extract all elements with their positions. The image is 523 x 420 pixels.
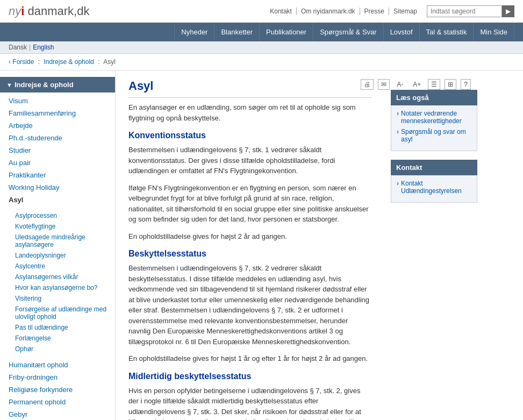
laes-ogsaa-box: Læs også Notater vedrørende menneskerett… — [391, 90, 477, 151]
sidebar-link-landeoplysninger[interactable]: Landeoplysninger — [4, 250, 115, 261]
sidebar-link-phd[interactable]: Ph.d.-studerende — [0, 132, 115, 144]
site-logo[interactable]: nyi danmark,dk — [9, 4, 89, 18]
sidebar-sub-landeoplysninger: Landeoplysninger — [4, 250, 115, 261]
sidebar-section-title[interactable]: ▼ Indrejse & ophold — [0, 77, 115, 92]
sidebar-link-ophoer[interactable]: Ophør — [4, 344, 115, 354]
section-3-para-1: Hvis en person opfylder betingelserne i … — [128, 386, 371, 421]
kontakt-link-1: Kontakt Udlændingestyrelsen — [397, 180, 471, 195]
nav-nyheder[interactable]: Nyheder — [174, 23, 214, 41]
kontakt-title: Kontakt — [391, 160, 477, 175]
sidebar-link-studier[interactable]: Studier — [0, 144, 115, 156]
nav-publikationer[interactable]: Publikationer — [260, 23, 313, 41]
lang-bar: Dansk | English — [0, 41, 523, 54]
nav-tal[interactable]: Tal & statistik — [420, 23, 474, 41]
sidebar-bottom-list: Humanitært ophold Friby-ordningen Religi… — [0, 357, 115, 420]
breadcrumb-forside[interactable]: Forside — [12, 58, 34, 66]
section-1-para-1: Bestemmelsen i udlændingelovens § 7, stk… — [128, 145, 371, 176]
main-content: Asyl En asylansøger er en udlænding, som… — [116, 70, 384, 420]
grid-view-button[interactable]: ⊞ — [445, 79, 456, 90]
nav-min-side[interactable]: Min Side — [474, 23, 514, 41]
sidebar-sub-ophoer: Ophør — [4, 344, 115, 354]
list-view-button[interactable]: ☰ — [428, 79, 440, 90]
sidebar-item-familiesammen: Familiesammenføring — [0, 107, 115, 119]
sidebar-item-friby: Friby-ordningen — [0, 371, 115, 383]
sidebar-link-visitering[interactable]: Visitering — [4, 293, 115, 304]
sidebar-link-humanitaert[interactable]: Humanitært ophold — [0, 359, 115, 371]
section-2-para-1: Bestemmelsen i udlændingelovens § 7, stk… — [128, 263, 371, 347]
kontakt-content: Kontakt Udlændingestyrelsen — [391, 175, 477, 203]
sidebar-link-religioese[interactable]: Religiøse forkyndere — [0, 383, 115, 396]
sidebar-link-bopael[interactable]: Hvor kan asylansøgerne bo? — [4, 282, 115, 293]
text-smaller-button[interactable]: A- — [394, 80, 406, 89]
nav-om[interactable]: Om nyidanmark.dk — [297, 8, 360, 15]
section-2-para-2: En opholdstilladelse gives for højst 1 å… — [128, 353, 371, 364]
sidebar-link-pas[interactable]: Pas til udlændinge — [4, 322, 115, 333]
sidebar-sub-visitering: Visitering — [4, 293, 115, 304]
sidebar-item-permanent: Permanent ophold — [0, 396, 115, 408]
sidebar-link-kvoteflygtinge[interactable]: Kvoteflygtinge — [4, 221, 115, 232]
sidebar-link-asylcentre[interactable]: Asylcentre — [4, 261, 115, 272]
sidebar-item-phd: Ph.d.-studerende — [0, 132, 115, 144]
sidebar-link-arbejde[interactable]: Arbejde — [0, 119, 115, 132]
logo-ny: ny — [9, 4, 21, 18]
search-input[interactable] — [427, 5, 502, 17]
section-heading-1: Konventionsstatus — [128, 131, 371, 140]
sidebar-link-uledsagede[interactable]: Uledsagede mindreårige asylansøgere — [4, 232, 115, 250]
top-nav: Nyheder Blanketter Publikationer Spørgsm… — [0, 23, 523, 41]
breadcrumb-back: ‹ — [9, 58, 11, 66]
sidebar-link-working-holiday[interactable]: Working Holiday — [0, 181, 115, 194]
sidebar-sub-forlaengelse: Forlængelse — [4, 333, 115, 344]
lang-dansk[interactable]: Dansk — [9, 44, 27, 51]
sidebar-link-familiesammen[interactable]: Familiesammenføring — [0, 107, 115, 119]
right-sidebar: 🖨 ✉ A- A+ ☰ ⊞ ? Læs også Notater vedrøre… — [384, 70, 484, 216]
kontakt-box: Kontakt Kontakt Udlændingestyrelsen — [391, 160, 477, 203]
sidebar-sub-bopael: Hvor kan asylansøgerne bo? — [4, 282, 115, 293]
kontakt-link-1-anchor[interactable]: Kontakt Udlændingestyrelsen — [397, 180, 471, 195]
sidebar-link-gebyr[interactable]: Gebyr — [0, 408, 115, 420]
nav-sitemap[interactable]: Sitemap — [389, 8, 421, 15]
sidebar-link-aupair[interactable]: Au pair — [0, 156, 115, 169]
laes-link-1: Notater vedrørende menneskerettigheder — [397, 110, 471, 125]
section-heading-2: Beskyttelsesstatus — [128, 249, 371, 259]
sidebar-arrow: ▼ — [6, 82, 12, 88]
section-1-para-2: Ifølge FN's Flygtningekonvention er en f… — [128, 183, 371, 225]
intro-text: En asylansøger er en udlænding, som søge… — [128, 102, 371, 123]
nav-blanketter[interactable]: Blanketter — [214, 23, 260, 41]
sidebar-link-visum[interactable]: Visum — [0, 95, 115, 107]
main-layout: ▼ Indrejse & ophold Visum Familiesammenf… — [0, 70, 523, 420]
sidebar-link-forsorgelse[interactable]: Forsørgelse af udlændinge med ulovligt o… — [4, 304, 115, 322]
sidebar-link-permanent[interactable]: Permanent ophold — [0, 396, 115, 408]
sidebar-link-friby[interactable]: Friby-ordningen — [0, 371, 115, 383]
nav-lovstof[interactable]: Lovstof — [384, 23, 420, 41]
breadcrumb-indrejse[interactable]: Indrejse & ophold — [44, 58, 94, 66]
lang-separator: | — [29, 44, 31, 51]
sidebar-link-praktikanter[interactable]: Praktikanter — [0, 169, 115, 181]
sidebar-sub-asylcentre: Asylcentre — [4, 261, 115, 272]
page-title: Asyl — [128, 79, 371, 98]
icon-bar: 🖨 ✉ A- A+ ☰ ⊞ ? — [391, 75, 477, 90]
sidebar-item-religioese: Religiøse forkyndere — [0, 383, 115, 396]
laes-link-2-anchor[interactable]: Spørgsmål og svar om asyl — [397, 128, 471, 143]
email-button[interactable]: ✉ — [378, 79, 390, 90]
nav-sporgsmaal[interactable]: Spørgsmål & Svar — [313, 23, 383, 41]
sidebar-link-asylprocessen[interactable]: Asylprocessen — [4, 210, 115, 221]
search-button[interactable]: ▶ — [502, 5, 514, 17]
print-button[interactable]: 🖨 — [361, 79, 374, 90]
sidebar-sub-forsorgelse: Forsørgelse af udlændinge med ulovligt o… — [4, 304, 115, 322]
nav-presse[interactable]: Presse — [360, 8, 389, 15]
breadcrumb-current: Asyl — [103, 58, 116, 66]
nav-kontakt[interactable]: Kontakt — [266, 8, 297, 15]
sidebar-link-vilkaar[interactable]: Asylansøgernes vilkår — [4, 272, 115, 282]
text-larger-button[interactable]: A+ — [410, 80, 424, 89]
sidebar-item-praktikanter: Praktikanter — [0, 169, 115, 181]
sidebar-sub-asylprocessen: Asylprocessen — [4, 210, 115, 221]
sidebar-link-forlaengelse[interactable]: Forlængelse — [4, 333, 115, 344]
header-nav: Kontakt Om nyidanmark.dk Presse Sitemap — [266, 8, 421, 15]
sidebar-sub-uledsagede: Uledsagede mindreårige asylansøgere — [4, 232, 115, 250]
help-button[interactable]: ? — [461, 79, 471, 90]
laes-link-1-anchor[interactable]: Notater vedrørende menneskerettigheder — [397, 110, 471, 125]
breadcrumb: ‹ Forside : Indrejse & ophold : Asyl — [0, 54, 523, 70]
sidebar-link-asyl[interactable]: Asyl — [0, 194, 115, 206]
logo-rest: danmark,dk — [24, 4, 89, 18]
lang-english[interactable]: English — [33, 44, 54, 51]
